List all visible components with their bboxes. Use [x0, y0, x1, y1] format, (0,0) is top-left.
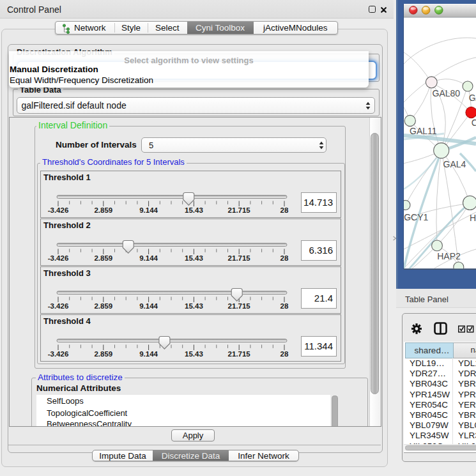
- svg-text:GAL4: GAL4: [443, 159, 466, 169]
- svg-text:HAP2: HAP2: [437, 251, 461, 261]
- svg-text:28: 28: [280, 302, 289, 310]
- svg-text:GCY1: GCY1: [404, 212, 428, 222]
- svg-text:9.144: 9.144: [139, 254, 158, 262]
- svg-text:15.43: 15.43: [185, 206, 203, 214]
- svg-text:9.144: 9.144: [139, 206, 158, 214]
- svg-text:15.43: 15.43: [185, 302, 203, 310]
- svg-text:28: 28: [280, 254, 289, 262]
- svg-text:C: C: [472, 118, 476, 128]
- svg-text:GAL11: GAL11: [410, 126, 437, 136]
- svg-text:2.859: 2.859: [94, 302, 112, 310]
- svg-text:15.43: 15.43: [185, 254, 203, 262]
- svg-text:9.144: 9.144: [139, 350, 158, 358]
- svg-text:2.859: 2.859: [94, 206, 112, 214]
- svg-text:21.715: 21.715: [228, 206, 251, 214]
- svg-text:21.715: 21.715: [228, 302, 251, 310]
- svg-text:21.715: 21.715: [228, 254, 251, 262]
- svg-text:21.715: 21.715: [228, 350, 251, 358]
- svg-text:H: H: [470, 213, 476, 223]
- svg-text:15.43: 15.43: [185, 350, 203, 358]
- svg-text:-3.426: -3.426: [48, 302, 69, 310]
- svg-text:2.859: 2.859: [94, 350, 112, 358]
- svg-text:GA: GA: [469, 93, 476, 103]
- svg-text:9.144: 9.144: [139, 302, 158, 310]
- svg-text:-3.426: -3.426: [48, 206, 69, 214]
- svg-text:28: 28: [280, 206, 289, 214]
- svg-text:28: 28: [280, 350, 289, 358]
- svg-text:-3.426: -3.426: [48, 254, 69, 262]
- svg-text:2.859: 2.859: [94, 254, 112, 262]
- svg-text:-3.426: -3.426: [48, 350, 69, 358]
- svg-text:GAL80: GAL80: [433, 88, 461, 98]
